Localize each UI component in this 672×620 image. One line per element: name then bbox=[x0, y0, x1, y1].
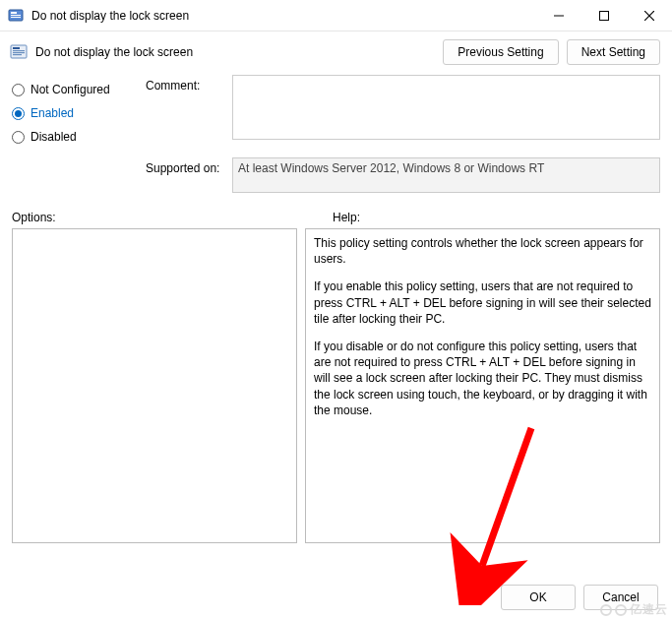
previous-setting-button[interactable]: Previous Setting bbox=[443, 39, 558, 65]
close-button[interactable] bbox=[627, 0, 672, 31]
help-paragraph: If you enable this policy setting, users… bbox=[314, 279, 651, 327]
policy-icon bbox=[10, 43, 28, 61]
comment-input[interactable] bbox=[232, 75, 660, 140]
policy-title: Do not display the lock screen bbox=[35, 45, 435, 59]
svg-rect-1 bbox=[11, 12, 17, 14]
radio-icon bbox=[12, 107, 25, 120]
svg-rect-5 bbox=[600, 11, 609, 20]
minimize-button[interactable] bbox=[536, 0, 581, 31]
radio-label: Not Configured bbox=[31, 83, 110, 96]
help-paragraph: If you disable or do not configure this … bbox=[314, 339, 651, 418]
supported-row: Supported on: At least Windows Server 20… bbox=[0, 154, 672, 193]
supported-value: At least Windows Server 2012, Windows 8 … bbox=[232, 157, 660, 193]
ok-button[interactable]: OK bbox=[501, 585, 576, 610]
radio-icon bbox=[12, 84, 25, 96]
radio-label: Disabled bbox=[31, 130, 77, 144]
comment-label: Comment: bbox=[146, 75, 232, 154]
cancel-button[interactable]: Cancel bbox=[583, 585, 658, 610]
help-panel[interactable]: This policy setting controls whether the… bbox=[305, 228, 660, 543]
footer-buttons: OK Cancel bbox=[493, 585, 658, 610]
radio-enabled[interactable]: Enabled bbox=[12, 106, 146, 120]
next-setting-button[interactable]: Next Setting bbox=[567, 39, 660, 65]
header-row: Do not display the lock screen Previous … bbox=[0, 31, 672, 69]
svg-rect-9 bbox=[13, 47, 20, 49]
svg-rect-12 bbox=[13, 54, 22, 55]
radio-not-configured[interactable]: Not Configured bbox=[12, 83, 146, 96]
help-label: Help: bbox=[333, 211, 360, 224]
state-comment-row: Not Configured Enabled Disabled Comment: bbox=[0, 69, 672, 154]
options-panel[interactable] bbox=[12, 228, 297, 543]
svg-rect-8 bbox=[11, 45, 27, 58]
window-controls bbox=[536, 0, 672, 31]
help-paragraph: This policy setting controls whether the… bbox=[314, 235, 651, 267]
radio-disabled[interactable]: Disabled bbox=[12, 130, 146, 144]
svg-rect-11 bbox=[13, 52, 25, 53]
titlebar: Do not display the lock screen bbox=[0, 0, 672, 31]
window-icon bbox=[8, 8, 24, 24]
state-radios: Not Configured Enabled Disabled bbox=[12, 75, 146, 154]
maximize-button[interactable] bbox=[581, 0, 627, 31]
radio-label: Enabled bbox=[31, 106, 74, 120]
svg-rect-10 bbox=[13, 50, 25, 51]
window-title: Do not display the lock screen bbox=[31, 9, 536, 23]
panel-labels: Options: Help: bbox=[0, 193, 672, 228]
panels-row: This policy setting controls whether the… bbox=[0, 228, 672, 543]
supported-label: Supported on: bbox=[146, 157, 232, 175]
svg-rect-2 bbox=[11, 15, 21, 16]
radio-icon bbox=[12, 131, 25, 144]
svg-rect-3 bbox=[11, 17, 21, 18]
options-label: Options: bbox=[12, 211, 333, 224]
